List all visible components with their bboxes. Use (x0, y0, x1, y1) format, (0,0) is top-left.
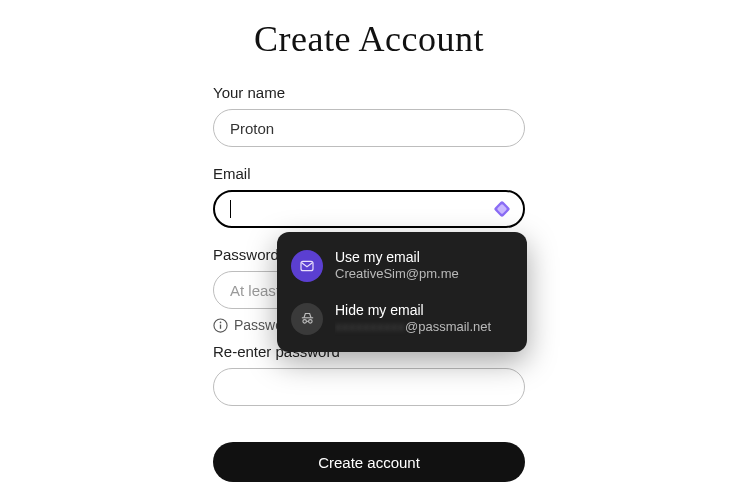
svg-point-4 (220, 321, 222, 323)
use-my-email-address: CreativeSim@pm.me (335, 266, 459, 283)
hide-my-email-address: xxxxxxxxxx@passmail.net (335, 319, 491, 336)
use-my-email-title: Use my email (335, 248, 459, 266)
page-title: Create Account (213, 18, 525, 60)
email-autofill-popup: Use my email CreativeSim@pm.me Hide my e… (277, 232, 527, 352)
masked-alias: xxxxxxxxxx (335, 319, 405, 334)
proton-pass-icon[interactable] (493, 200, 511, 218)
email-label: Email (213, 165, 525, 182)
svg-point-6 (302, 320, 306, 324)
svg-rect-3 (220, 324, 221, 328)
incognito-icon (291, 303, 323, 335)
name-input[interactable] (213, 109, 525, 147)
hide-my-email-title: Hide my email (335, 301, 491, 319)
alias-domain: @passmail.net (405, 319, 491, 334)
svg-point-7 (308, 320, 312, 324)
email-input[interactable] (213, 190, 525, 228)
text-caret (230, 200, 231, 218)
reenter-password-input[interactable] (213, 368, 525, 406)
create-account-button[interactable]: Create account (213, 442, 525, 482)
name-label: Your name (213, 84, 525, 101)
info-icon (213, 318, 228, 333)
mail-icon (291, 250, 323, 282)
hide-my-email-option[interactable]: Hide my email xxxxxxxxxx@passmail.net (287, 295, 517, 342)
use-my-email-option[interactable]: Use my email CreativeSim@pm.me (287, 242, 517, 289)
